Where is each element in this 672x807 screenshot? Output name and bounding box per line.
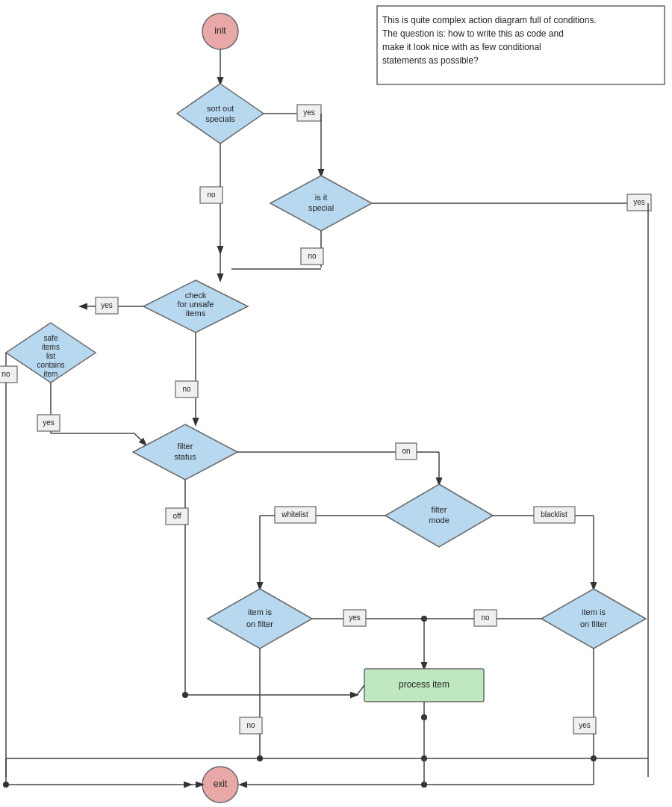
item-filter-right-text1: item is — [582, 607, 606, 616]
no-label-filter-right: no — [481, 613, 490, 622]
diagram-container: This is quite complex action diagram ful… — [0, 0, 672, 807]
item-filter-left-text2: on filter — [246, 619, 273, 628]
blacklist-label: blacklist — [541, 510, 567, 519]
safe-items-text3: list — [46, 352, 55, 360]
yes-label-far-right: yes — [633, 198, 645, 206]
note-text-4: statements as possible? — [382, 55, 479, 66]
exit-text: exit — [214, 779, 228, 789]
is-it-special-text1: is it — [315, 193, 328, 202]
check-unsafe-text1: check — [185, 291, 207, 300]
yes-label-check: yes — [101, 301, 113, 309]
note-text-2: The question is: how to write this as co… — [382, 28, 564, 39]
filter-mode-text1: filter — [432, 505, 447, 514]
safe-items-text2: items — [42, 343, 60, 351]
filter-status-text1: filter — [178, 442, 193, 451]
safe-items-text1: safe — [44, 334, 58, 342]
check-unsafe-text2: for unsafe — [178, 300, 214, 309]
note-text-3: make it look nice with as few conditiona… — [382, 42, 541, 52]
sort-specials-text1: sort out — [207, 104, 234, 113]
item-filter-right-text2: on filter — [580, 619, 607, 628]
no-label-filter-left: no — [246, 721, 255, 729]
dot-off — [182, 692, 188, 698]
no-label-1: no — [207, 191, 216, 199]
no-label-isit: no — [308, 252, 317, 260]
is-it-special-text2: special — [308, 203, 334, 212]
check-unsafe-text3: items — [186, 309, 206, 318]
yes-label-filter-left: yes — [349, 613, 361, 622]
svg-rect-107 — [0, 0, 672, 807]
item-filter-left-text1: item is — [248, 607, 272, 616]
on-label: on — [402, 447, 410, 455]
no-label-check: no — [182, 385, 191, 393]
init-text: init — [214, 25, 226, 36]
yes-label-1: yes — [303, 108, 315, 117]
yes-label-safe: yes — [43, 418, 55, 427]
safe-items-text5: item — [44, 370, 58, 378]
filter-mode-text2: mode — [429, 516, 449, 525]
process-item-text: process item — [399, 679, 449, 690]
off-label: off — [173, 512, 181, 520]
sort-specials-text2: specials — [205, 114, 235, 123]
note-text-1: This is quite complex action diagram ful… — [382, 15, 597, 25]
safe-items-text4: contains — [37, 361, 64, 369]
dot-left-exit — [3, 782, 9, 788]
dot-bottom-left — [257, 755, 263, 761]
yes-label-filter-right: yes — [579, 721, 591, 729]
whitelist-label: whitelist — [281, 510, 308, 519]
filter-status-text2: status — [174, 452, 196, 461]
no-label-safe: no — [1, 370, 10, 378]
